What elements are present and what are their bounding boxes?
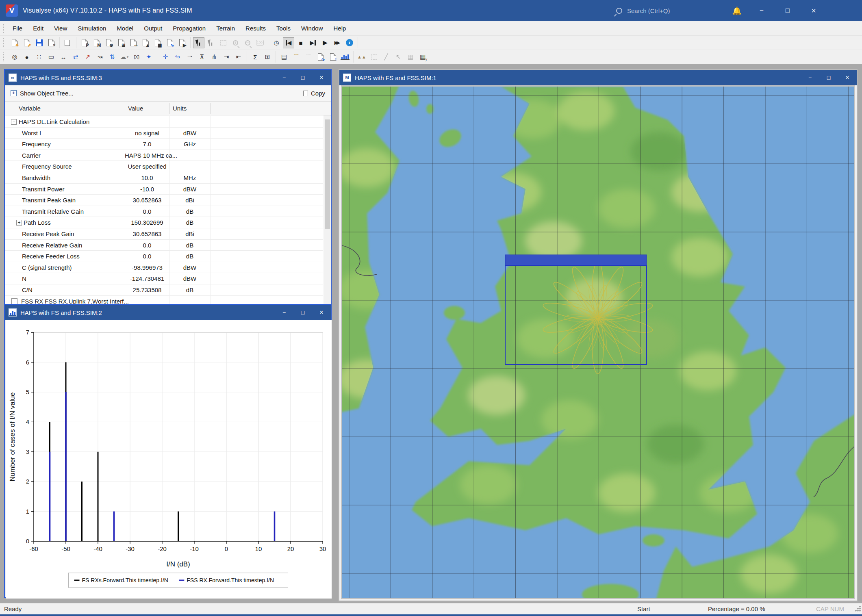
new-histogram-button[interactable] xyxy=(339,52,351,63)
table-row[interactable]: Receive Peak Gain30.652863dBi xyxy=(5,228,323,240)
table-row[interactable]: Transmit Relative Gain0.0dB xyxy=(5,206,323,217)
app-maximize-button[interactable]: □ xyxy=(777,0,798,21)
zoom-in-button[interactable]: + xyxy=(230,37,241,48)
add-station-button[interactable]: ◎ xyxy=(9,52,20,63)
resize-grip[interactable] xyxy=(855,605,861,612)
table-row[interactable]: FSS RX FSS RX.Uplink 7.Worst Interf... xyxy=(5,296,323,305)
watch-table-titlebar[interactable]: ∞ HAPS with FS and FSS.SIM:3 − □ × xyxy=(5,70,331,85)
watch-window-button[interactable]: ▤ xyxy=(278,52,290,63)
select-special-tool-button[interactable] xyxy=(205,37,217,48)
copy-button[interactable] xyxy=(62,37,74,48)
simulation-time-button[interactable]: ◷ xyxy=(271,37,282,48)
close-button[interactable]: × xyxy=(838,70,857,85)
row-expander[interactable]: − xyxy=(11,119,17,125)
menu-output[interactable]: Output xyxy=(139,21,167,36)
table-scrollbar-thumb[interactable] xyxy=(325,119,330,229)
select-tool-button[interactable] xyxy=(193,37,204,48)
new-3d-view-window-button[interactable]: ∞ xyxy=(128,37,139,48)
add-link-button[interactable]: ↔ xyxy=(58,52,69,63)
show-object-tree-button[interactable]: Show Object Tree... xyxy=(20,90,74,97)
station-wizard-button[interactable]: ✛ xyxy=(160,52,171,63)
add-traffic-button[interactable]: ⇅ xyxy=(106,52,118,63)
interference-wizard-button[interactable]: ⋔ xyxy=(208,52,220,63)
station-link-wizard-button[interactable]: ⇀ xyxy=(184,52,195,63)
add-route-button[interactable]: ↝ xyxy=(94,52,106,63)
marquee-select-tool-button[interactable] xyxy=(217,37,229,48)
propagation-environment-button[interactable]: ☁▾ xyxy=(119,52,130,63)
table-row[interactable]: C/N25.733508dB xyxy=(5,284,323,296)
add-path-group-button[interactable]: ⌒ xyxy=(303,52,314,63)
new-time-graph-button[interactable]: ∿ xyxy=(315,52,326,63)
copy-button[interactable]: Copy xyxy=(303,90,325,97)
table-row[interactable]: C (signal strength)-98.996973dBW xyxy=(5,262,323,273)
new-graph-window-button[interactable]: ∿ xyxy=(164,37,176,48)
menu-window[interactable]: Window xyxy=(296,21,328,36)
new-xy-graph-button[interactable]: ≈ xyxy=(327,52,339,63)
fast-forward-button[interactable]: ▶▶ xyxy=(332,37,343,48)
new-tree-window-button[interactable]: ⊞ xyxy=(115,37,127,48)
table-row[interactable]: N-124.730481dBW xyxy=(5,273,323,284)
table-row[interactable]: +Path Loss150.302699dB xyxy=(5,217,323,228)
maximize-button[interactable]: □ xyxy=(293,305,312,320)
save-button[interactable] xyxy=(33,37,45,48)
new-map-window-button[interactable]: ⊕ xyxy=(103,37,115,48)
map-titlebar[interactable]: M HAPS with FS and FSS.SIM:1 − □ × xyxy=(339,70,857,85)
table-row[interactable]: Transmit Peak Gain30.652863dBi xyxy=(5,195,323,206)
histogram-titlebar[interactable]: HAPS with FS and FSS.SIM:2 − □ × xyxy=(5,305,331,320)
menu-terrain[interactable]: Terrain xyxy=(211,21,240,36)
app-close-button[interactable]: × xyxy=(803,0,824,21)
add-point-button[interactable]: ● xyxy=(21,52,33,63)
building-settings-button[interactable]: ▦ xyxy=(417,52,428,63)
row-checkbox[interactable] xyxy=(11,298,17,304)
new-terrain-window-button[interactable]: ▲ xyxy=(140,37,151,48)
add-define-button[interactable]: ✦ xyxy=(143,52,154,63)
menu-file[interactable]: File xyxy=(7,21,28,36)
table-row[interactable]: Bandwidth10.0MHz xyxy=(5,172,323,184)
new-plate-window-button[interactable]: P xyxy=(79,37,90,48)
row-expander[interactable]: + xyxy=(16,220,22,226)
info-button[interactable]: i xyxy=(344,37,355,48)
maximize-button[interactable]: □ xyxy=(293,70,312,85)
zoom-100-button[interactable]: 100 xyxy=(254,37,265,48)
table-row[interactable]: −HAPS DL.Link Calculation xyxy=(5,116,323,128)
terrain-path-button[interactable]: ╱ xyxy=(380,52,392,63)
map-canvas[interactable] xyxy=(341,85,855,599)
select-terrain-button[interactable]: ↖ xyxy=(393,52,404,63)
maximize-button[interactable]: □ xyxy=(819,70,838,85)
add-vector-button[interactable]: ↗ xyxy=(82,52,93,63)
play-button[interactable]: ▶ xyxy=(319,37,331,48)
area-analysis-titlebar[interactable] xyxy=(505,255,647,265)
minimize-button[interactable]: − xyxy=(275,305,293,320)
close-button[interactable]: × xyxy=(312,70,331,85)
import-stations-button[interactable]: ⇥ xyxy=(221,52,232,63)
table-scrollbar[interactable] xyxy=(324,115,331,305)
menu-simulation[interactable]: Simulation xyxy=(72,21,111,36)
add-link-group-button[interactable]: ⇄ xyxy=(70,52,81,63)
search-input[interactable]: Search (Ctrl+Q) xyxy=(616,0,670,21)
link-wizard-button[interactable]: ↬ xyxy=(172,52,183,63)
sum-interference-button[interactable]: Σ xyxy=(250,52,261,63)
menu-view[interactable]: View xyxy=(49,21,72,36)
skip-to-start-button[interactable]: ◀ xyxy=(283,37,294,48)
export-stations-button[interactable]: ⇤ xyxy=(233,52,244,63)
add-buildings-button[interactable]: ▦ xyxy=(405,52,416,63)
menu-edit[interactable]: Edit xyxy=(28,21,49,36)
new-table-window-button[interactable]: ▦ xyxy=(152,37,163,48)
minimize-button[interactable]: − xyxy=(801,70,819,85)
table-row[interactable]: Worst Ino signaldBW xyxy=(5,128,323,139)
interference-path-button[interactable]: ⌒ xyxy=(291,52,302,63)
table-row[interactable]: CarrierHAPS 10 MHz ca... xyxy=(5,150,323,161)
table-row[interactable]: Receive Feeder Loss0.0dB xyxy=(5,251,323,262)
menu-propagation[interactable]: Propagation xyxy=(167,21,211,36)
menu-help[interactable]: Help xyxy=(328,21,351,36)
menu-results[interactable]: Results xyxy=(240,21,271,36)
menu-model[interactable]: Model xyxy=(111,21,139,36)
add-service-area-button[interactable]: ▭ xyxy=(46,52,57,63)
app-minimize-button[interactable]: − xyxy=(751,0,772,21)
stop-button[interactable]: ■ xyxy=(295,37,306,48)
table-row[interactable]: Frequency7.0GHz xyxy=(5,139,323,150)
menu-tools[interactable]: Tools xyxy=(271,21,296,36)
define-watch-button[interactable]: ⊞ xyxy=(262,52,273,63)
notifications-bell-icon[interactable]: 🔔 xyxy=(731,5,743,17)
table-row[interactable]: Transmit Power-10.0dBW xyxy=(5,184,323,195)
